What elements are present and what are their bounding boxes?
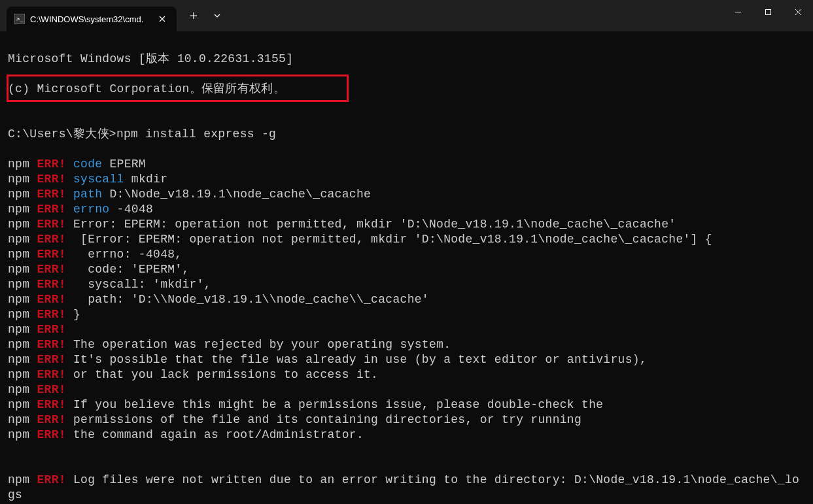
window-controls (723, 0, 813, 31)
tab-title: C:\WINDOWS\system32\cmd. (30, 14, 150, 24)
minimize-button[interactable] (723, 0, 753, 24)
terminal-output[interactable]: Microsoft Windows [版本 10.0.22631.3155] (… (0, 31, 813, 504)
terminal-tab[interactable]: >_ C:\WINDOWS\system32\cmd. (7, 7, 177, 31)
output-line: (c) Microsoft Corporation。保留所有权利。 (8, 82, 805, 97)
command-prompt: C:\Users\黎大侠>npm install express -g (8, 127, 805, 142)
error-line: npm ERR! } (8, 307, 805, 322)
error-line: npm ERR! permissions of the file and its… (8, 412, 805, 428)
error-line: npm ERR! It's possible that the file was… (8, 352, 805, 367)
error-line: npm ERR! errno -4048 (8, 202, 805, 217)
error-line: npm ERR! If you believe this might be a … (8, 397, 805, 412)
titlebar-left: >_ C:\WINDOWS\system32\cmd. (0, 0, 229, 31)
error-line: npm ERR! path D:\Node_v18.19.1\node_cach… (8, 187, 805, 202)
close-button[interactable] (783, 0, 813, 24)
svg-rect-2 (765, 9, 770, 14)
error-line: npm ERR! or that you lack permissions to… (8, 367, 805, 382)
new-tab-button[interactable] (182, 4, 205, 27)
error-line: npm ERR! syscall: 'mkdir', (8, 277, 805, 292)
error-line: npm ERR! path: 'D:\\Node_v18.19.1\\node_… (8, 292, 805, 307)
error-line: npm ERR! errno: -4048, (8, 247, 805, 262)
error-line: npm ERR! code EPERM (8, 157, 805, 172)
svg-text:>_: >_ (16, 16, 24, 22)
tab-dropdown-button[interactable] (205, 4, 229, 27)
output-line: npm ERR! Log files were not written due … (8, 473, 805, 503)
output-line: Microsoft Windows [版本 10.0.22631.3155] (8, 52, 805, 67)
tab-close-button[interactable] (156, 12, 169, 25)
error-line: npm ERR! (8, 382, 805, 397)
error-line: npm ERR! the command again as root/Admin… (8, 428, 805, 443)
error-line: npm ERR! Error: EPERM: operation not per… (8, 217, 805, 232)
maximize-button[interactable] (753, 0, 783, 24)
error-line: npm ERR! code: 'EPERM', (8, 262, 805, 277)
error-output: npm ERR! code EPERMnpm ERR! syscall mkdi… (8, 157, 805, 443)
error-line: npm ERR! syscall mkdir (8, 172, 805, 187)
error-line: npm ERR! The operation was rejected by y… (8, 337, 805, 352)
error-line: npm ERR! (8, 322, 805, 337)
titlebar: >_ C:\WINDOWS\system32\cmd. (0, 0, 813, 31)
error-line: npm ERR! [Error: EPERM: operation not pe… (8, 232, 805, 247)
cmd-icon: >_ (14, 14, 25, 24)
